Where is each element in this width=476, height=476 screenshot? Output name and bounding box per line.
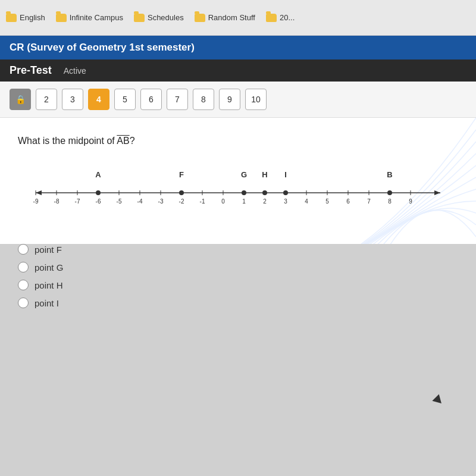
nav-btn-3[interactable]: 3 [62,89,83,110]
bookmark-infinite-campus[interactable]: Infinite Campus [56,13,123,22]
mouse-cursor [432,394,444,406]
nav-btn-4[interactable]: 4 [88,89,109,110]
svg-text:-8: -8 [54,198,60,205]
answer-choices: point F point G point H point I [0,244,476,308]
svg-text:G: G [241,170,247,179]
svg-text:-5: -5 [117,198,122,205]
nav-btn-6[interactable]: 6 [140,89,162,110]
svg-text:-2: -2 [179,198,184,205]
svg-text:3: 3 [284,198,287,205]
svg-point-43 [179,190,184,195]
svg-point-45 [242,190,246,195]
test-status-bar: Pre-Test Active [0,60,476,82]
bookmark-20x[interactable]: 20... [266,13,295,22]
svg-text:H: H [262,170,267,179]
svg-text:6: 6 [346,198,350,205]
bookmark-label-schedules: Schedules [148,13,184,22]
radio-h[interactable] [18,280,29,290]
question-navigation: 🔒 2 3 4 5 6 7 8 9 10 [0,82,476,118]
svg-text:5: 5 [325,198,329,205]
svg-text:-7: -7 [75,198,80,205]
svg-text:7: 7 [367,198,371,205]
svg-point-47 [262,190,267,195]
svg-text:-6: -6 [96,198,101,205]
svg-text:8: 8 [388,198,392,205]
choice-point-i[interactable]: point I [18,298,458,308]
number-line-svg: -9 -8 -7 -6 -5 -4 -3 -2 -1 0 1 2 3 4 5 6… [30,164,446,212]
folder-icon-infinite-campus [56,14,67,22]
nav-btn-lock[interactable]: 🔒 [10,89,31,110]
folder-icon-20x [266,14,277,22]
folder-icon-random-stuff [195,14,205,22]
question-text: What is the midpoint of AB? [18,136,458,146]
test-status-label: Active [64,66,86,76]
choice-point-g[interactable]: point G [18,262,458,273]
svg-text:0: 0 [221,198,225,205]
svg-text:4: 4 [305,198,308,205]
nav-btn-9[interactable]: 9 [219,89,240,110]
choice-label-g: point G [35,262,63,273]
choice-label-i: point I [35,298,59,308]
svg-marker-1 [36,190,42,195]
bookmark-english[interactable]: English [6,13,45,22]
bookmarks-bar: English Infinite Campus Schedules Random… [0,0,476,36]
bookmark-label-random-stuff: Random Stuff [208,13,255,22]
course-title: CR (Survey of Geometry 1st semester) [10,42,195,53]
bookmark-label-english: English [20,13,45,22]
svg-marker-2 [434,190,440,195]
bookmark-random-stuff[interactable]: Random Stuff [195,13,255,22]
folder-icon-schedules [134,14,145,22]
nav-btn-7[interactable]: 7 [167,89,188,110]
course-title-bar: CR (Survey of Geometry 1st semester) [0,36,476,60]
svg-text:B: B [387,170,392,179]
nav-btn-8[interactable]: 8 [193,89,214,110]
bookmark-label-20x: 20... [280,13,295,22]
svg-point-51 [387,190,392,195]
number-line-container: -9 -8 -7 -6 -5 -4 -3 -2 -1 0 1 2 3 4 5 6… [30,164,458,214]
segment-label: AB [117,136,129,146]
test-type-label: Pre-Test [10,64,52,77]
svg-text:-1: -1 [200,198,205,205]
nav-btn-10[interactable]: 10 [245,89,267,110]
svg-text:2: 2 [263,198,267,205]
choice-label-f: point F [35,245,62,255]
radio-g[interactable] [18,262,29,273]
choice-point-h[interactable]: point H [18,280,458,290]
svg-text:-9: -9 [33,198,39,205]
svg-point-41 [96,190,101,195]
svg-text:-3: -3 [158,198,164,205]
bookmark-label-infinite-campus: Infinite Campus [70,13,123,22]
radio-f[interactable] [18,244,29,255]
choice-point-f[interactable]: point F [18,244,458,255]
radio-i[interactable] [18,298,29,308]
nav-btn-2[interactable]: 2 [36,89,57,110]
nav-btn-5[interactable]: 5 [114,89,136,110]
svg-text:-4: -4 [137,198,143,205]
svg-text:I: I [284,170,287,179]
choice-label-h: point H [35,280,63,290]
svg-text:9: 9 [409,198,412,205]
folder-icon-english [6,14,17,22]
bookmark-schedules[interactable]: Schedules [134,13,184,22]
svg-text:1: 1 [242,198,246,205]
svg-point-49 [283,190,288,195]
svg-text:F: F [179,170,184,179]
svg-text:A: A [95,170,101,179]
question-area: What is the midpoint of AB? [0,118,476,244]
